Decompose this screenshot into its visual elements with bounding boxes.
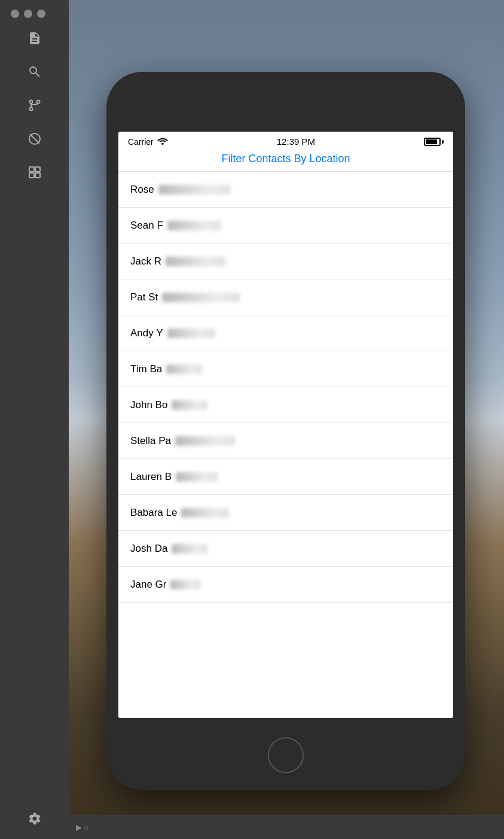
git-icon[interactable] xyxy=(26,97,43,114)
bottom-bar: ▶ ○ xyxy=(69,815,504,839)
nav-bar: Filter Contacts By Location xyxy=(118,150,453,172)
contact-last-name-blurred xyxy=(167,329,215,338)
home-button[interactable] xyxy=(268,737,304,773)
contact-last-name-blurred xyxy=(172,544,207,554)
svg-rect-8 xyxy=(29,173,34,178)
contact-item[interactable]: Josh Da xyxy=(118,531,453,567)
contact-first-name: Sean F xyxy=(130,220,163,232)
status-time: 12:39 PM xyxy=(277,136,315,147)
contact-first-name: John Bo xyxy=(130,399,167,411)
nav-title: Filter Contacts By Location xyxy=(128,153,444,165)
svg-point-0 xyxy=(29,101,32,104)
battery-icon xyxy=(424,138,444,146)
contact-item[interactable]: Jack R xyxy=(118,244,453,279)
contact-item[interactable]: Jane Gr xyxy=(118,567,453,603)
contact-first-name: Pat St xyxy=(130,291,158,303)
contact-name: Tim Ba xyxy=(130,363,202,375)
minimize-button[interactable] xyxy=(24,10,32,18)
svg-rect-7 xyxy=(35,167,40,172)
contact-last-name-blurred xyxy=(176,472,218,482)
contact-item[interactable]: Babara Le xyxy=(118,495,453,531)
window-controls xyxy=(11,10,45,18)
contact-first-name: Josh Da xyxy=(130,543,167,555)
contact-item[interactable]: Rose xyxy=(118,172,453,208)
contact-name: Jane Gr xyxy=(130,579,200,591)
contact-last-name-blurred xyxy=(175,436,235,446)
contact-name: John Bo xyxy=(130,399,207,411)
svg-point-1 xyxy=(29,108,32,111)
extensions-icon[interactable] xyxy=(26,164,43,181)
contact-first-name: Andy Y xyxy=(130,327,163,339)
contact-name: Jack R xyxy=(130,256,225,267)
contact-item[interactable]: Lauren B xyxy=(118,459,453,495)
contact-first-name: Tim Ba xyxy=(130,363,162,375)
contact-item[interactable]: Tim Ba xyxy=(118,351,453,387)
contact-last-name-blurred xyxy=(167,221,221,230)
contact-item[interactable]: Andy Y xyxy=(118,315,453,351)
carrier-label: Carrier xyxy=(128,137,154,147)
files-icon[interactable] xyxy=(26,30,43,47)
svg-rect-9 xyxy=(35,173,40,178)
settings-icon[interactable] xyxy=(26,810,43,827)
contact-last-name-blurred xyxy=(162,293,240,302)
close-button[interactable] xyxy=(11,10,19,18)
sidebar-bottom xyxy=(0,810,69,827)
contact-item[interactable]: Pat St xyxy=(118,279,453,315)
svg-point-2 xyxy=(36,101,39,104)
svg-rect-6 xyxy=(29,167,34,172)
contact-last-name-blurred xyxy=(158,185,230,194)
contact-first-name: Babara Le xyxy=(130,507,177,519)
contact-last-name-blurred xyxy=(170,580,200,589)
contact-name: Lauren B xyxy=(130,471,218,483)
svg-line-5 xyxy=(30,134,39,144)
wifi-icon xyxy=(157,136,168,147)
contact-name: Rose xyxy=(130,184,230,196)
bottom-bar-label: ▶ ○ xyxy=(76,823,88,832)
phone-screen: Carrier 12:39 PM Filter Contacts B xyxy=(118,132,453,718)
contact-first-name: Rose xyxy=(130,184,154,196)
contact-last-name-blurred xyxy=(166,364,202,374)
sidebar xyxy=(0,0,69,839)
contact-item[interactable]: John Bo xyxy=(118,387,453,423)
contact-first-name: Jane Gr xyxy=(130,579,166,591)
phone-device: Carrier 12:39 PM Filter Contacts B xyxy=(106,72,465,790)
contact-first-name: Lauren B xyxy=(130,471,172,483)
maximize-button[interactable] xyxy=(37,10,45,18)
contact-last-name-blurred xyxy=(181,508,229,518)
contact-name: Andy Y xyxy=(130,327,215,339)
status-bar: Carrier 12:39 PM xyxy=(118,132,453,150)
contact-first-name: Jack R xyxy=(130,256,161,267)
status-left: Carrier xyxy=(128,136,168,147)
contact-item[interactable]: Stella Pa xyxy=(118,423,453,459)
contact-list[interactable]: RoseSean FJack RPat StAndy YTim BaJohn B… xyxy=(118,172,453,718)
contact-name: Sean F xyxy=(130,220,221,232)
debug-icon[interactable] xyxy=(26,130,43,147)
contact-last-name-blurred xyxy=(166,257,225,266)
contact-last-name-blurred xyxy=(172,400,207,410)
contact-name: Babara Le xyxy=(130,507,229,519)
contact-item[interactable]: Sean F xyxy=(118,208,453,244)
svg-point-10 xyxy=(161,143,164,145)
contact-name: Pat St xyxy=(130,291,240,303)
contact-first-name: Stella Pa xyxy=(130,435,171,447)
search-icon[interactable] xyxy=(26,63,43,80)
contact-name: Stella Pa xyxy=(130,435,235,447)
contact-name: Josh Da xyxy=(130,543,207,555)
